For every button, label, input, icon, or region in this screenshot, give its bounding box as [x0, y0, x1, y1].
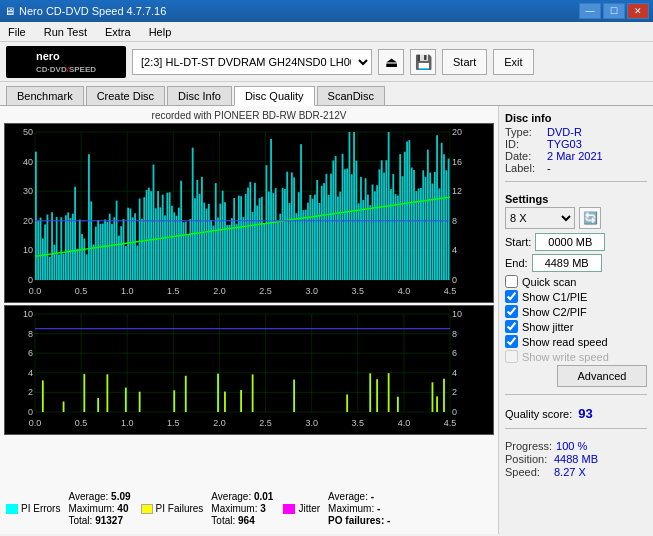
- start-row: Start:: [505, 233, 647, 251]
- pi-errors-label: PI Errors: [21, 503, 60, 514]
- pi-errors-group: PI Errors Average: 5.09 Maximum: 40 Tota…: [6, 491, 131, 526]
- speed-row: Speed: 8.27 X: [505, 466, 647, 478]
- po-failures: PO failures: -: [328, 515, 390, 526]
- position-row: Position: 4488 MB: [505, 453, 647, 465]
- save-button[interactable]: 💾: [410, 49, 436, 75]
- write-speed-checkbox[interactable]: [505, 350, 518, 363]
- pi-errors-avg: Average: 5.09: [68, 491, 130, 502]
- end-row: End:: [505, 254, 647, 272]
- disc-label-value: -: [547, 162, 551, 174]
- upper-chart: [4, 123, 494, 303]
- end-input[interactable]: [532, 254, 602, 272]
- quality-section: Quality score: 93: [505, 406, 647, 421]
- tab-disc-info[interactable]: Disc Info: [167, 86, 232, 105]
- label-row: Label: -: [505, 162, 647, 174]
- start-input[interactable]: [535, 233, 605, 251]
- exit-button[interactable]: Exit: [493, 49, 533, 75]
- type-value: DVD-R: [547, 126, 582, 138]
- app-title: Nero CD-DVD Speed 4.7.7.16: [19, 5, 166, 17]
- end-label: End:: [505, 257, 528, 269]
- read-speed-row: Show read speed: [505, 335, 647, 348]
- speed-select[interactable]: 8 X 1 X 2 X 4 X MAX: [505, 207, 575, 229]
- advanced-button[interactable]: Advanced: [557, 365, 647, 387]
- jitter-checkbox[interactable]: [505, 320, 518, 333]
- progress-label: Progress:: [505, 440, 552, 452]
- read-speed-label: Show read speed: [522, 336, 608, 348]
- menu-run-test[interactable]: Run Test: [40, 25, 91, 39]
- pi-errors-color: [6, 504, 18, 514]
- tab-create-disc[interactable]: Create Disc: [86, 86, 165, 105]
- pi-errors-total: Total: 91327: [68, 515, 130, 526]
- jitter-label: Jitter: [298, 503, 320, 514]
- tab-disc-quality[interactable]: Disc Quality: [234, 86, 315, 106]
- divider-2: [505, 394, 647, 395]
- tab-scan-disc[interactable]: ScanDisc: [317, 86, 385, 105]
- divider-3: [505, 428, 647, 429]
- settings-title: Settings: [505, 193, 647, 205]
- pi-failures-values: Average: 0.01 Maximum: 3 Total: 964: [211, 491, 273, 526]
- pi-failures-avg: Average: 0.01: [211, 491, 273, 502]
- title-bar-controls[interactable]: — ☐ ✕: [579, 3, 649, 19]
- date-row: Date: 2 Mar 2021: [505, 150, 647, 162]
- c2pif-label: Show C2/PIF: [522, 306, 587, 318]
- write-speed-row: Show write speed: [505, 350, 647, 363]
- pi-failures-legend: PI Failures: [141, 491, 204, 526]
- eject-button[interactable]: ⏏: [378, 49, 404, 75]
- settings-section: Settings 8 X 1 X 2 X 4 X MAX 🔄 Start: En…: [505, 193, 647, 387]
- date-label: Date:: [505, 150, 543, 162]
- jitter-values: Average: - Maximum: - PO failures: -: [328, 491, 390, 526]
- maximize-button[interactable]: ☐: [603, 3, 625, 19]
- pi-errors-values: Average: 5.09 Maximum: 40 Total: 91327: [68, 491, 130, 526]
- app-icon: 🖥: [4, 5, 15, 17]
- jitter-avg: Average: -: [328, 491, 390, 502]
- minimize-button[interactable]: —: [579, 3, 601, 19]
- close-button[interactable]: ✕: [627, 3, 649, 19]
- menu-file[interactable]: File: [4, 25, 30, 39]
- menu-help[interactable]: Help: [145, 25, 176, 39]
- id-label: ID:: [505, 138, 543, 150]
- menu-bar: File Run Test Extra Help: [0, 22, 653, 42]
- id-value: TYG03: [547, 138, 582, 150]
- c1pie-label: Show C1/PIE: [522, 291, 587, 303]
- quality-label: Quality score:: [505, 408, 572, 420]
- speed-value: 8.27 X: [554, 466, 586, 478]
- position-label: Position:: [505, 453, 550, 465]
- c1pie-row: Show C1/PIE: [505, 290, 647, 303]
- read-speed-checkbox[interactable]: [505, 335, 518, 348]
- c2pif-checkbox[interactable]: [505, 305, 518, 318]
- pi-failures-total: Total: 964: [211, 515, 273, 526]
- position-value: 4488 MB: [554, 453, 598, 465]
- main-content: recorded with PIONEER BD-RW BDR-212V PI …: [0, 106, 653, 534]
- start-label: Start:: [505, 236, 531, 248]
- c1pie-checkbox[interactable]: [505, 290, 518, 303]
- menu-extra[interactable]: Extra: [101, 25, 135, 39]
- progress-value: 100 %: [556, 440, 587, 452]
- start-button[interactable]: Start: [442, 49, 487, 75]
- speed-row: 8 X 1 X 2 X 4 X MAX 🔄: [505, 207, 647, 229]
- chart-container: [4, 123, 494, 487]
- right-panel: Disc info Type: DVD-R ID: TYG03 Date: 2 …: [498, 106, 653, 534]
- write-speed-label: Show write speed: [522, 351, 609, 363]
- toolbar: neroCD·DVD/SPEED [2:3] HL-DT-ST DVDRAM G…: [0, 42, 653, 82]
- tabs: Benchmark Create Disc Disc Info Disc Qua…: [0, 82, 653, 106]
- pi-failures-max: Maximum: 3: [211, 503, 273, 514]
- tab-benchmark[interactable]: Benchmark: [6, 86, 84, 105]
- pi-errors-max: Maximum: 40: [68, 503, 130, 514]
- speed-label: Speed:: [505, 466, 550, 478]
- stats-row: PI Errors Average: 5.09 Maximum: 40 Tota…: [4, 487, 494, 530]
- id-row: ID: TYG03: [505, 138, 647, 150]
- quality-value: 93: [578, 406, 592, 421]
- type-row: Type: DVD-R: [505, 126, 647, 138]
- jitter-color: [283, 504, 295, 514]
- pi-failures-color: [141, 504, 153, 514]
- refresh-button[interactable]: 🔄: [579, 207, 601, 229]
- type-label: Type:: [505, 126, 543, 138]
- title-bar-left: 🖥 Nero CD-DVD Speed 4.7.7.16: [4, 5, 166, 17]
- drive-select[interactable]: [2:3] HL-DT-ST DVDRAM GH24NSD0 LH00: [132, 49, 372, 75]
- quick-scan-checkbox[interactable]: [505, 275, 518, 288]
- pi-errors-legend: PI Errors: [6, 491, 60, 526]
- disc-info-title: Disc info: [505, 112, 647, 124]
- progress-row: Progress: 100 %: [505, 440, 647, 452]
- quick-scan-label: Quick scan: [522, 276, 576, 288]
- divider-1: [505, 181, 647, 182]
